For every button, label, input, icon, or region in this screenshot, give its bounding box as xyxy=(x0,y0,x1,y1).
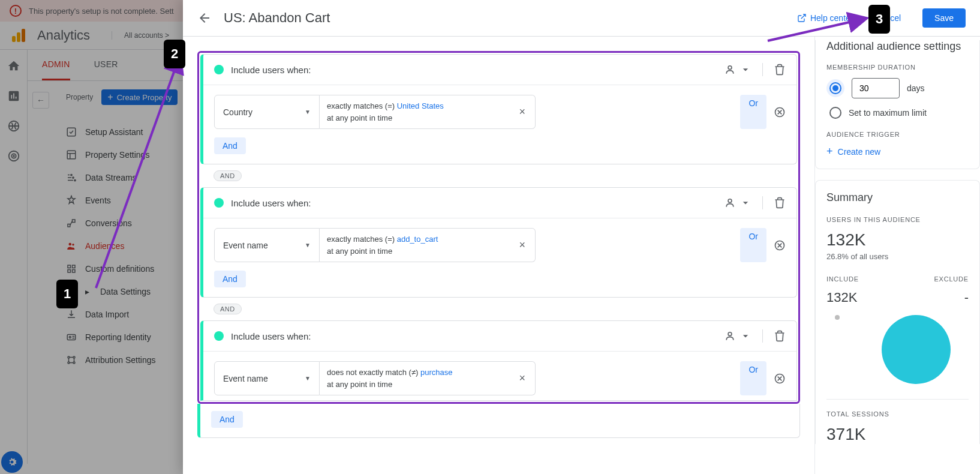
or-button[interactable]: Or xyxy=(740,228,766,262)
callout-badge-3: 3 xyxy=(868,5,890,34)
svg-point-22 xyxy=(728,66,732,70)
callout-badge-2: 2 xyxy=(164,40,185,68)
exclude-value: - xyxy=(898,290,969,305)
dimension-select[interactable]: Country▼ xyxy=(214,95,320,129)
chevron-down-icon[interactable] xyxy=(739,64,751,76)
back-arrow-icon[interactable] xyxy=(197,11,212,25)
duration-max-radio[interactable] xyxy=(829,107,841,119)
scope-icon[interactable] xyxy=(724,197,736,209)
summary-title: Summary xyxy=(826,191,969,204)
create-new-trigger-button[interactable]: +Create new xyxy=(826,145,969,158)
and-connector: AND xyxy=(214,304,242,314)
dimension-select[interactable]: Event name▼ xyxy=(214,361,320,395)
duration-days-radio[interactable] xyxy=(829,82,841,94)
include-users-label: Include users when: xyxy=(231,65,717,75)
remove-condition-icon[interactable] xyxy=(774,106,786,118)
and-button[interactable]: And xyxy=(214,271,246,287)
sessions-count: 371K xyxy=(826,425,969,444)
remove-condition-icon[interactable] xyxy=(774,239,786,251)
audience-pie-chart xyxy=(826,310,969,388)
and-button[interactable]: And xyxy=(214,137,246,154)
exclude-label: Exclude xyxy=(898,275,969,283)
and-button[interactable]: And xyxy=(211,411,243,428)
include-indicator-icon xyxy=(214,65,224,74)
condition-card: Include users when: Country▼ exactly mat… xyxy=(200,54,797,164)
or-button[interactable]: Or xyxy=(740,95,766,129)
filter-chip[interactable]: exactly matches (=) United Statesat any … xyxy=(320,95,536,129)
clear-filter-icon[interactable]: × xyxy=(516,372,528,385)
scope-icon[interactable] xyxy=(724,64,736,76)
save-button[interactable]: Save xyxy=(922,8,966,28)
summary-card: Summary Users in this audience 132K 26.8… xyxy=(815,180,980,444)
include-users-label: Include users when: xyxy=(231,198,717,208)
include-users-label: Include users when: xyxy=(231,331,717,341)
svg-point-26 xyxy=(728,332,732,336)
chevron-down-icon[interactable] xyxy=(739,197,751,209)
conditions-highlight: Include users when: Country▼ exactly mat… xyxy=(197,51,800,404)
sessions-label: Total sessions xyxy=(826,410,969,418)
duration-label: Membership duration xyxy=(826,64,969,71)
include-indicator-icon xyxy=(214,331,224,341)
users-pct: 26.8% of all users xyxy=(826,252,969,261)
trigger-label: Audience trigger xyxy=(826,131,969,138)
max-limit-label: Set to maximum limit xyxy=(849,108,927,118)
chevron-down-icon[interactable] xyxy=(739,330,751,342)
delete-icon[interactable] xyxy=(774,64,786,76)
users-count: 132K xyxy=(826,230,969,250)
help-center-link[interactable]: Help center xyxy=(797,13,853,23)
days-input[interactable] xyxy=(852,78,900,98)
callout-badge-1: 1 xyxy=(56,280,78,308)
remove-condition-icon[interactable] xyxy=(774,373,786,385)
dimension-select[interactable]: Event name▼ xyxy=(214,228,320,262)
delete-icon[interactable] xyxy=(774,197,786,209)
and-connector: AND xyxy=(214,170,242,181)
scope-icon[interactable] xyxy=(724,330,736,342)
clear-filter-icon[interactable]: × xyxy=(516,106,528,118)
days-unit: days xyxy=(907,83,925,93)
clear-filter-icon[interactable]: × xyxy=(516,239,528,251)
include-indicator-icon xyxy=(214,198,224,208)
condition-card: Include users when: Event name▼ exactly … xyxy=(200,187,797,298)
svg-point-24 xyxy=(728,199,732,203)
audience-editor-panel: US: Abandon Cart Help center Cancel Save… xyxy=(183,0,980,474)
include-value: 132K xyxy=(826,290,898,305)
include-label: Include xyxy=(826,275,898,283)
delete-icon[interactable] xyxy=(774,330,786,342)
panel-title: US: Abandon Cart xyxy=(224,10,785,26)
or-button[interactable]: Or xyxy=(740,361,766,395)
filter-chip[interactable]: exactly matches (=) add_to_cartat any po… xyxy=(320,228,536,262)
users-label: Users in this audience xyxy=(826,216,969,223)
settings-title: Additional audience settings xyxy=(826,40,969,53)
open-in-new-icon xyxy=(797,13,807,23)
condition-card: Include users when: Event name▼ does not… xyxy=(200,320,797,401)
filter-chip[interactable]: does not exactly match (≠) purchaseat an… xyxy=(320,361,536,395)
